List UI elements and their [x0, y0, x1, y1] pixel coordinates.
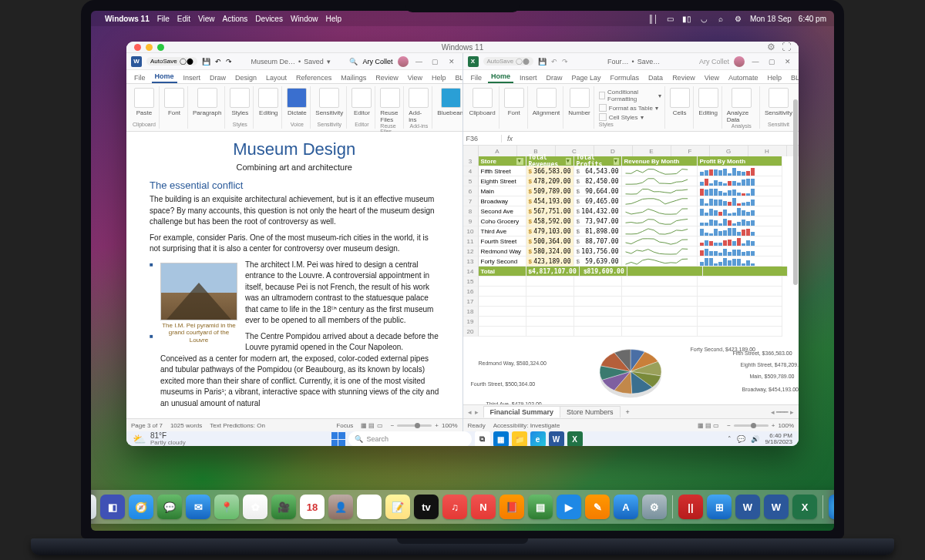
- parallels-icon[interactable]: ||: [678, 495, 703, 519]
- scrollbar-thumb[interactable]: [793, 99, 798, 285]
- app-icon[interactable]: ◧: [100, 495, 125, 519]
- search-icon[interactable]: ⌕: [716, 14, 726, 24]
- ribbon-tab[interactable]: Review: [669, 72, 698, 83]
- excel-grid[interactable]: ABCDEFGH 3Store ▾Total Revenues ▾Total P…: [463, 146, 799, 404]
- ribbon-tab[interactable]: References: [293, 72, 335, 83]
- explorer-icon[interactable]: 📁: [512, 431, 527, 446]
- ribbon-tab[interactable]: Automate: [725, 72, 762, 83]
- appstore-icon[interactable]: A: [614, 495, 638, 519]
- contacts-icon[interactable]: 👤: [328, 495, 353, 519]
- books-icon[interactable]: 📕: [500, 495, 524, 519]
- control-center-icon[interactable]: ⚙: [733, 14, 743, 24]
- autosave-toggle[interactable]: AutoSave ◯⬤: [483, 57, 534, 65]
- numbers-icon[interactable]: ▤: [528, 495, 553, 519]
- messages-icon[interactable]: 💬: [157, 495, 182, 519]
- start-button[interactable]: [331, 432, 345, 446]
- ribbon-tab[interactable]: Design: [232, 72, 260, 83]
- music-icon[interactable]: ♫: [442, 495, 467, 519]
- ribbon-tab[interactable]: File: [131, 72, 149, 83]
- ribbon-tab[interactable]: File: [468, 72, 486, 83]
- search-icon[interactable]: 🔍: [349, 58, 358, 65]
- ribbon-tab[interactable]: BLUEBE: [788, 72, 799, 83]
- redo-icon[interactable]: ↷: [562, 58, 568, 65]
- excel-taskbar-icon[interactable]: X: [567, 431, 583, 446]
- word-document[interactable]: Museum Design Combining art and architec…: [126, 132, 462, 418]
- minimize-icon[interactable]: [146, 44, 153, 51]
- avatar[interactable]: [398, 56, 409, 67]
- save-icon[interactable]: 💾: [202, 58, 210, 65]
- mail-icon[interactable]: ✉: [186, 495, 210, 519]
- chevron-up-icon[interactable]: ˄: [728, 435, 732, 443]
- vm-titlebar[interactable]: Windows 11 ⚙ ⛶: [126, 42, 799, 53]
- download-icon[interactable]: ●: [829, 495, 834, 519]
- notes-icon[interactable]: 📝: [385, 495, 410, 519]
- calendar-icon[interactable]: 18: [300, 495, 325, 519]
- word-dock-icon[interactable]: W: [764, 495, 789, 519]
- tv-icon[interactable]: tv: [414, 495, 439, 519]
- sound-icon[interactable]: 🔊: [751, 435, 759, 443]
- view-icons[interactable]: ▦ ▤ ▭: [698, 422, 719, 429]
- ribbon-tab[interactable]: Insert: [180, 72, 204, 83]
- zoom-icon[interactable]: [157, 44, 164, 51]
- autosave-toggle[interactable]: AutoSave ◯⬤: [146, 57, 197, 65]
- launchpad-icon[interactable]: ⊞: [91, 495, 96, 519]
- ribbon-tab[interactable]: Home: [152, 71, 177, 83]
- view-icons[interactable]: ▦ ▤ ▭: [361, 422, 382, 429]
- undo-icon[interactable]: ↶: [551, 58, 557, 65]
- menubar-time[interactable]: 6:40 pm: [799, 15, 826, 23]
- word-taskbar-icon[interactable]: W: [549, 431, 564, 446]
- ribbon-tab[interactable]: Home: [488, 71, 513, 83]
- safari-icon[interactable]: 🧭: [129, 495, 153, 519]
- ribbon-tab[interactable]: Draw: [543, 72, 566, 83]
- word-dock-icon[interactable]: W: [735, 495, 760, 519]
- fx-icon[interactable]: fx: [502, 135, 519, 143]
- facetime-icon[interactable]: 🎥: [271, 495, 296, 519]
- maximize-button[interactable]: ▢: [429, 58, 442, 65]
- excel-dock-icon[interactable]: X: [792, 495, 817, 519]
- ribbon-tab[interactable]: Formulas: [607, 72, 643, 83]
- ribbon-tab[interactable]: View: [405, 72, 426, 83]
- gear-icon[interactable]: ⚙: [767, 42, 775, 52]
- edge-icon[interactable]: e: [530, 431, 546, 446]
- ribbon-tab[interactable]: BLUEBEAM: [452, 72, 462, 83]
- undo-icon[interactable]: ↶: [215, 58, 221, 65]
- name-box[interactable]: F36: [463, 135, 502, 143]
- news-icon[interactable]: N: [471, 495, 496, 519]
- sheet-tab[interactable]: Financial Summary: [483, 406, 561, 417]
- close-icon[interactable]: [134, 44, 141, 51]
- weather-icon[interactable]: ⛅: [133, 433, 146, 445]
- ribbon-tab[interactable]: Help: [765, 72, 785, 83]
- wifi-icon[interactable]: ◡: [699, 14, 709, 24]
- photos-icon[interactable]: ✿: [243, 495, 267, 519]
- ribbon-tab[interactable]: Mailings: [338, 72, 369, 83]
- sheet-tab[interactable]: Store Numbers: [560, 406, 621, 417]
- weather-widget[interactable]: 81°F Partly cloudy: [146, 432, 186, 446]
- ribbon-tab[interactable]: Draw: [207, 72, 229, 83]
- ribbon-tab[interactable]: Data: [645, 72, 666, 83]
- save-icon[interactable]: 💾: [538, 58, 547, 65]
- menubar-date[interactable]: Mon 18 Sep: [750, 15, 792, 23]
- widgets-icon[interactable]: ▦: [493, 431, 509, 446]
- minimize-button[interactable]: —: [413, 58, 426, 65]
- avatar[interactable]: [734, 56, 745, 67]
- chat-icon[interactable]: 💬: [737, 435, 745, 443]
- redo-icon[interactable]: ↷: [226, 58, 232, 65]
- pages-icon[interactable]: ✎: [585, 495, 610, 519]
- taskbar-search[interactable]: 🔍 Search: [348, 431, 472, 446]
- reminders-icon[interactable]: ☑: [357, 495, 382, 519]
- ribbon-tab[interactable]: Layout: [263, 72, 290, 83]
- ribbon-tab[interactable]: View: [701, 72, 722, 83]
- add-sheet-button[interactable]: +: [620, 408, 636, 416]
- close-button[interactable]: ✕: [446, 58, 458, 65]
- focus-button[interactable]: Focus: [336, 422, 353, 429]
- word-count[interactable]: 1025 words: [170, 422, 202, 429]
- expand-icon[interactable]: ⛶: [782, 42, 791, 52]
- win-icon[interactable]: ⊞: [707, 495, 732, 519]
- keynote-icon[interactable]: ▶: [557, 495, 581, 519]
- task-view-icon[interactable]: ⧉: [475, 431, 490, 446]
- ribbon-tab[interactable]: Review: [372, 72, 402, 83]
- menubar-app[interactable]: Windows 11: [105, 15, 150, 23]
- battery-icon[interactable]: ▮▯: [682, 14, 692, 24]
- settings-icon[interactable]: ⚙: [642, 495, 667, 519]
- display-icon[interactable]: ▭: [665, 14, 675, 24]
